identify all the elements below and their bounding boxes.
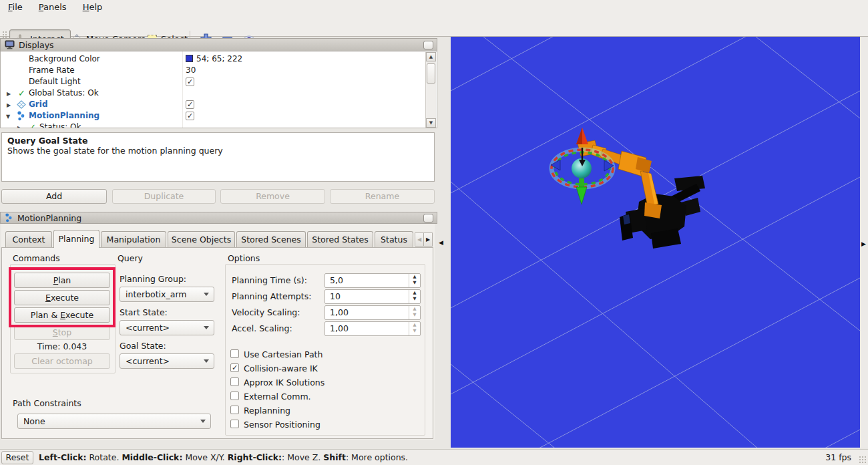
options-section-label: Options — [228, 253, 260, 263]
planning-time-input[interactable]: 5,0 ▲▼ — [324, 273, 421, 288]
property-description-panel: Query Goal State Shows the goal state fo… — [1, 132, 435, 182]
plan-and-execute-button[interactable]: Plan & Execute — [14, 307, 110, 323]
fps-counter: 31 fps — [825, 452, 851, 462]
tree-row-global-status[interactable]: ▶ ✓ Global Status: Ok — [1, 88, 426, 99]
collapse-arrow-icon[interactable]: ▼ — [6, 111, 10, 122]
rviz-window: File Panels Help Interact Move Camera S — [0, 0, 868, 465]
menu-file[interactable]: File — [0, 1, 31, 13]
spinner-arrows-icon[interactable]: ▲▼ — [409, 322, 420, 335]
motionplanning-panel: Context Planning Manipulation Scene Obje… — [1, 224, 435, 440]
panel-float-button[interactable] — [423, 214, 433, 222]
spinner-arrows-icon[interactable]: ▲▼ — [409, 274, 420, 287]
tab-manipulation[interactable]: Manipulation — [101, 231, 166, 247]
3d-viewport[interactable] — [451, 37, 860, 448]
query-section-label: Query — [118, 253, 143, 263]
planning-attempts-input[interactable]: 10 ▲▼ — [324, 289, 421, 304]
splitter-expand-right-icon[interactable]: ▶ — [861, 241, 866, 247]
tree-row-motionplanning[interactable]: ▼ MotionPlanning — [1, 110, 426, 122]
menu-bar: File Panels Help — [0, 0, 868, 13]
menu-help[interactable]: Help — [75, 1, 111, 13]
display-monitor-icon — [5, 40, 15, 49]
tab-scene-objects[interactable]: Scene Objects — [168, 231, 235, 247]
duplicate-display-button[interactable]: Duplicate — [112, 189, 216, 204]
planning-group-select[interactable]: interbotix_arm — [120, 287, 214, 302]
tree-row-frame-rate[interactable]: Frame Rate 30 — [1, 65, 426, 76]
approx-ik-solutions-checkbox[interactable] — [230, 377, 239, 386]
accel-scaling-label: Accel. Scaling: — [232, 323, 292, 333]
toolbar: Interact Move Camera Select — [0, 13, 868, 37]
window-resize-grip[interactable] — [859, 456, 867, 464]
remove-display-button[interactable]: Remove — [220, 189, 325, 204]
tab-context[interactable]: Context — [5, 231, 52, 247]
external-comm-checkbox[interactable] — [230, 392, 239, 400]
tab-scroll-left-icon[interactable]: ◀ — [415, 232, 424, 247]
execute-button[interactable]: Execute — [14, 290, 110, 305]
tab-status[interactable]: Status — [375, 231, 413, 247]
property-description: Shows the goal state for the motion plan… — [7, 146, 429, 156]
start-state-select[interactable]: <current> — [120, 320, 214, 335]
menu-panels[interactable]: Panels — [31, 1, 75, 13]
robot-current-state — [620, 176, 705, 249]
tab-planning[interactable]: Planning — [53, 230, 99, 248]
motionplanning-icon — [5, 213, 13, 222]
checkbox[interactable] — [186, 112, 194, 120]
motionplanning-panel-title: MotionPlanning — [17, 213, 81, 223]
status-bar: Reset Left-Click: Rotate. Middle-Click: … — [0, 449, 868, 465]
checkbox[interactable] — [186, 78, 194, 86]
planning-tab-pane: Commands Plan Execute Plan & Execute Sto… — [1, 247, 433, 439]
plan-time-label: Time: 0.043 — [14, 341, 110, 351]
rename-display-button[interactable]: Rename — [330, 189, 435, 204]
scroll-down-icon[interactable]: ▼ — [426, 118, 436, 128]
accel-scaling-input[interactable]: 1,00 ▲▼ — [324, 321, 421, 336]
velocity-scaling-input[interactable]: 1,00 ▲▼ — [324, 305, 421, 320]
velocity-scaling-label: Velocity Scaling: — [232, 307, 300, 317]
expand-arrow-icon[interactable]: ▶ — [17, 122, 21, 128]
chevron-down-icon — [204, 359, 209, 363]
sensor-positioning-checkbox[interactable] — [230, 420, 239, 428]
spinner-arrows-icon[interactable]: ▲▼ — [409, 290, 420, 303]
expand-arrow-icon[interactable]: ▶ — [7, 100, 11, 111]
displays-panel-header[interactable]: Displays — [0, 38, 437, 51]
replanning-checkbox[interactable] — [230, 406, 239, 414]
path-constraints-select[interactable]: None — [17, 414, 211, 429]
spinner-arrows-icon[interactable]: ▲▼ — [409, 306, 420, 319]
goal-state-select[interactable]: <current> — [120, 353, 214, 369]
displays-panel-title: Displays — [19, 40, 54, 50]
tree-row-background-color[interactable]: Background Color 54; 65; 222 — [1, 53, 426, 65]
checkbox[interactable] — [186, 100, 194, 109]
expand-arrow-icon[interactable]: ▶ — [7, 88, 11, 100]
tree-scrollbar[interactable]: ▲ ▼ — [425, 52, 436, 128]
tree-row-status-ok[interactable]: ▶ ✓ Status: Ok — [1, 122, 426, 128]
tab-stored-states[interactable]: Stored States — [307, 231, 373, 247]
stop-button[interactable]: Stop — [14, 325, 110, 340]
motionplanning-panel-header[interactable]: MotionPlanning — [0, 212, 437, 224]
plan-button[interactable]: Plan — [14, 273, 110, 288]
planning-group-label: Planning Group: — [120, 274, 186, 284]
use-cartesian-path-checkbox[interactable] — [230, 349, 239, 358]
color-swatch — [186, 55, 193, 62]
chevron-down-icon — [204, 326, 209, 329]
planning-time-label: Planning Time (s): — [232, 275, 307, 285]
scroll-up-icon[interactable]: ▲ — [426, 52, 436, 61]
start-state-label: Start State: — [120, 307, 168, 317]
tree-row-default-light[interactable]: Default Light — [1, 76, 426, 88]
collision-aware-ik-checkbox[interactable] — [230, 363, 239, 372]
chevron-down-icon — [200, 420, 206, 423]
panel-float-button[interactable] — [423, 41, 433, 49]
goal-state-label: Goal State: — [120, 341, 166, 351]
reset-button[interactable]: Reset — [1, 451, 33, 464]
clear-octomap-button[interactable]: Clear octomap — [14, 353, 110, 369]
tab-stored-scenes[interactable]: Stored Scenes — [236, 231, 306, 247]
splitter-collapse-left-icon[interactable]: ◀ — [439, 239, 443, 246]
tab-scroll-right-icon[interactable]: ▶ — [423, 232, 433, 247]
tree-row-grid[interactable]: ▶ Grid — [1, 99, 426, 110]
interactive-marker[interactable] — [551, 128, 614, 204]
path-constraints-label: Path Constraints — [13, 398, 81, 408]
property-title: Query Goal State — [7, 136, 429, 146]
viewport-right-gutter: ▶ — [860, 37, 868, 448]
add-display-button[interactable]: Add — [1, 189, 107, 204]
scrollbar-thumb[interactable] — [427, 63, 435, 84]
translate-arrow-down[interactable] — [576, 187, 587, 204]
mouse-hints: Left-Click: Rotate. Middle-Click: Move X… — [39, 452, 408, 462]
status-ok-check-icon: ✓ — [18, 88, 25, 99]
